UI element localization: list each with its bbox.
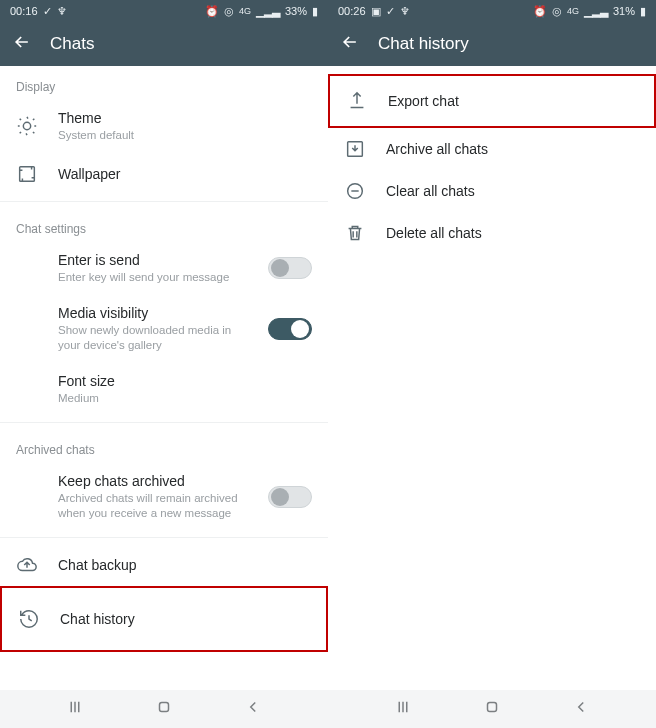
trash-icon [344, 222, 366, 244]
archive-all-row[interactable]: Archive all chats [328, 128, 656, 170]
android-navbar [328, 690, 656, 728]
theme-icon [16, 115, 38, 137]
svg-rect-5 [487, 703, 496, 712]
back-icon[interactable] [12, 32, 32, 56]
right-screen: 00:26 ▣ ✓ ♆ ⏰ ◎ 4G ▁▂▃ 31% ▮ Chat histor… [328, 0, 656, 728]
back-nav-icon[interactable] [572, 698, 590, 720]
status-bar: 00:26 ▣ ✓ ♆ ⏰ ◎ 4G ▁▂▃ 31% ▮ [328, 0, 656, 22]
theme-row[interactable]: Theme System default [0, 100, 328, 153]
status-bar: 00:16 ✓ ♆ ⏰ ◎ 4G ▁▂▃ 33% ▮ [0, 0, 328, 22]
wallpaper-title: Wallpaper [58, 166, 312, 182]
history-content: Export chat Archive all chats Clear all … [328, 66, 656, 728]
page-title: Chat history [378, 34, 469, 54]
upload-icon [346, 90, 368, 112]
enter-send-sub: Enter key will send your message [58, 270, 248, 285]
battery-icon: ▮ [312, 5, 318, 18]
keep-archived-row[interactable]: Keep chats archived Archived chats will … [0, 463, 328, 531]
enter-send-row[interactable]: Enter is send Enter key will send your m… [0, 242, 328, 295]
media-visibility-row[interactable]: Media visibility Show newly downloaded m… [0, 295, 328, 363]
history-icon [18, 608, 40, 630]
export-title: Export chat [388, 93, 638, 109]
wifi-icon: ◎ [552, 5, 562, 18]
chat-backup-row[interactable]: Chat backup [0, 544, 328, 586]
divider [0, 201, 328, 202]
archive-icon [344, 138, 366, 160]
delete-all-row[interactable]: Delete all chats [328, 212, 656, 254]
status-time: 00:16 [10, 5, 38, 17]
section-archived: Archived chats [0, 429, 328, 463]
section-display: Display [0, 66, 328, 100]
app-bar: Chats [0, 22, 328, 66]
status-image-icon: ▣ [371, 5, 381, 18]
clear-all-row[interactable]: Clear all chats [328, 170, 656, 212]
svg-point-0 [23, 123, 30, 130]
media-vis-sub: Show newly downloaded media in your devi… [58, 323, 248, 353]
keep-arch-toggle[interactable] [268, 486, 312, 508]
page-title: Chats [50, 34, 94, 54]
chat-history-title: Chat history [60, 611, 310, 627]
chat-history-row[interactable]: Chat history [0, 586, 328, 652]
signal-icon: ▁▂▃ [584, 5, 608, 18]
status-time: 00:26 [338, 5, 366, 17]
keep-arch-title: Keep chats archived [58, 473, 248, 489]
wallpaper-row[interactable]: Wallpaper [0, 153, 328, 195]
font-size-row[interactable]: Font size Medium [0, 363, 328, 416]
keep-arch-sub: Archived chats will remain archived when… [58, 491, 248, 521]
wallpaper-icon [16, 163, 38, 185]
battery-text: 31% [613, 5, 635, 17]
recents-icon[interactable] [394, 698, 412, 720]
left-screen: 00:16 ✓ ♆ ⏰ ◎ 4G ▁▂▃ 33% ▮ Chats Display… [0, 0, 328, 728]
section-chat-settings: Chat settings [0, 208, 328, 242]
divider [0, 422, 328, 423]
archive-title: Archive all chats [386, 141, 640, 157]
font-size-title: Font size [58, 373, 312, 389]
theme-title: Theme [58, 110, 312, 126]
battery-icon: ▮ [640, 5, 646, 18]
font-size-sub: Medium [58, 391, 248, 406]
home-icon[interactable] [483, 698, 501, 720]
status-psi-icon: ♆ [400, 5, 410, 18]
alarm-icon: ⏰ [205, 5, 219, 18]
network-4g-icon: 4G [567, 6, 579, 16]
clear-title: Clear all chats [386, 183, 640, 199]
enter-send-toggle[interactable] [268, 257, 312, 279]
settings-content: Display Theme System default Wallpaper C… [0, 66, 328, 728]
status-psi-icon: ♆ [57, 5, 67, 18]
wifi-icon: ◎ [224, 5, 234, 18]
delete-title: Delete all chats [386, 225, 640, 241]
svg-rect-2 [159, 703, 168, 712]
status-check-icon: ✓ [43, 5, 52, 18]
back-icon[interactable] [340, 32, 360, 56]
battery-text: 33% [285, 5, 307, 17]
chat-backup-title: Chat backup [58, 557, 312, 573]
export-chat-row[interactable]: Export chat [328, 74, 656, 128]
enter-send-title: Enter is send [58, 252, 248, 268]
media-vis-toggle[interactable] [268, 318, 312, 340]
status-check-icon: ✓ [386, 5, 395, 18]
android-navbar [0, 690, 328, 728]
minus-circle-icon [344, 180, 366, 202]
signal-icon: ▁▂▃ [256, 5, 280, 18]
app-bar: Chat history [328, 22, 656, 66]
back-nav-icon[interactable] [244, 698, 262, 720]
media-vis-title: Media visibility [58, 305, 248, 321]
divider [0, 537, 328, 538]
recents-icon[interactable] [66, 698, 84, 720]
cloud-upload-icon [16, 554, 38, 576]
alarm-icon: ⏰ [533, 5, 547, 18]
network-4g-icon: 4G [239, 6, 251, 16]
home-icon[interactable] [155, 698, 173, 720]
theme-sub: System default [58, 128, 248, 143]
